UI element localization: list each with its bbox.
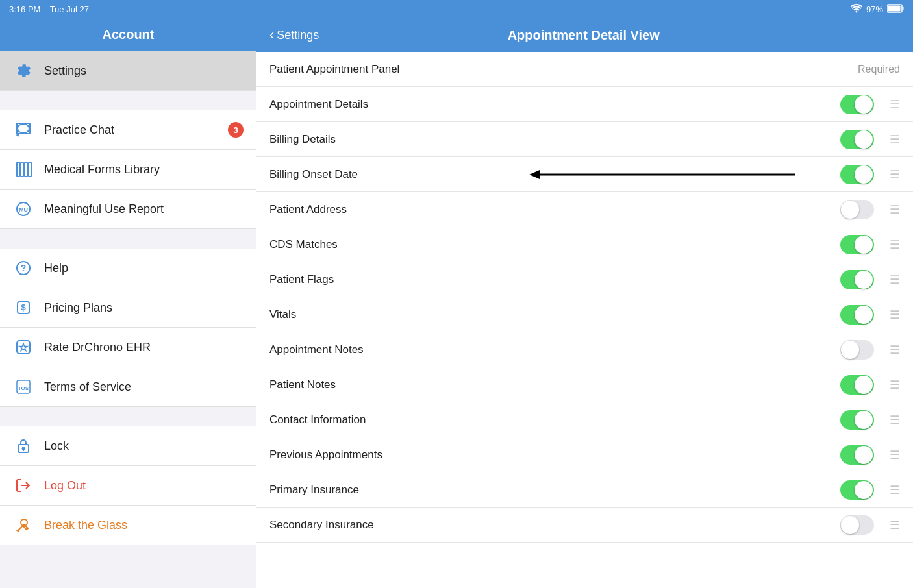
gear-icon — [13, 60, 34, 81]
sidebar-item-meaningful-use[interactable]: MU Meaningful Use Report — [0, 190, 256, 229]
drag-handle-patient-notes[interactable]: ☰ — [890, 378, 900, 392]
practice-chat-badge: 3 — [228, 122, 244, 138]
toggle-knob-primary-insurance — [855, 481, 873, 499]
drag-handle-billing-onset-date[interactable]: ☰ — [890, 167, 900, 182]
row-primary-insurance[interactable]: Primary Insurance☰ — [256, 472, 913, 508]
row-contact-information[interactable]: Contact Information☰ — [256, 402, 913, 437]
toggle-knob-previous-appointments — [855, 446, 873, 464]
svg-rect-4 — [17, 162, 19, 177]
sidebar-item-pricing[interactable]: $ Pricing Plans — [0, 288, 256, 328]
row-patient-flags[interactable]: Patient Flags☰ — [256, 262, 913, 297]
toggle-secondary-insurance[interactable] — [840, 515, 874, 535]
status-time: 3:16 PM — [9, 5, 40, 14]
toggle-knob-billing-details — [855, 130, 873, 149]
back-button[interactable]: ‹ Settings — [269, 28, 319, 42]
wrench-icon — [13, 515, 34, 535]
svg-rect-5 — [21, 162, 23, 177]
sidebar-header: Account — [0, 18, 256, 51]
status-date: Tue Jul 27 — [50, 5, 89, 14]
sidebar-item-medical-forms[interactable]: Medical Forms Library — [0, 150, 256, 190]
svg-text:?: ? — [21, 263, 27, 273]
sidebar-item-settings[interactable]: Settings — [0, 51, 256, 91]
meaningful-use-label: Meaningful Use Report — [44, 202, 244, 216]
toggle-knob-appointment-notes — [841, 341, 859, 359]
row-vitals[interactable]: Vitals☰ — [256, 297, 913, 332]
row-billing-details[interactable]: Billing Details☰ — [256, 122, 913, 157]
sidebar-item-break-glass[interactable]: Break the Glass — [0, 506, 256, 545]
row-patient-notes[interactable]: Patient Notes☰ — [256, 367, 913, 402]
toggle-vitals[interactable] — [840, 305, 874, 325]
drag-handle-patient-address[interactable]: ☰ — [890, 202, 900, 217]
row-label-patient-appointment-panel: Patient Appointment Panel — [269, 63, 858, 76]
svg-rect-1 — [903, 6, 904, 10]
drag-handle-patient-flags[interactable]: ☰ — [890, 273, 900, 287]
row-appointment-notes[interactable]: Appointment Notes☰ — [256, 332, 913, 367]
svg-point-18 — [23, 448, 25, 450]
drag-handle-cds-matches[interactable]: ☰ — [890, 238, 900, 252]
help-icon: ? — [13, 258, 34, 278]
toggle-patient-notes[interactable] — [840, 375, 874, 395]
row-right-appointment-details: ☰ — [840, 95, 900, 114]
drag-handle-secondary-insurance[interactable]: ☰ — [890, 518, 900, 532]
sidebar-item-rate[interactable]: Rate DrChrono EHR — [0, 328, 256, 367]
drag-handle-previous-appointments[interactable]: ☰ — [890, 448, 900, 462]
row-label-appointment-details: Appointment Details — [269, 98, 840, 111]
break-glass-label: Break the Glass — [44, 519, 244, 532]
drag-handle-primary-insurance[interactable]: ☰ — [890, 483, 900, 497]
svg-rect-7 — [29, 162, 31, 177]
row-cds-matches[interactable]: CDS Matches☰ — [256, 227, 913, 262]
row-appointment-details[interactable]: Appointment Details☰ — [256, 87, 913, 122]
toggle-primary-insurance[interactable] — [840, 480, 874, 500]
drag-handle-appointment-details[interactable]: ☰ — [890, 97, 900, 112]
rate-label: Rate DrChrono EHR — [44, 341, 244, 354]
row-previous-appointments[interactable]: Previous Appointments☰ — [256, 437, 913, 472]
sidebar-item-practice-chat[interactable]: Practice Chat 3 — [0, 110, 256, 150]
toggle-billing-details[interactable] — [840, 130, 874, 149]
row-label-patient-notes: Patient Notes — [269, 378, 840, 391]
tos-icon: TOS — [13, 376, 34, 397]
sidebar-item-logout[interactable]: Log Out — [0, 466, 256, 506]
row-billing-onset-date[interactable]: Billing Onset Date ☰ — [256, 157, 913, 192]
row-label-vitals: Vitals — [269, 308, 840, 321]
help-label: Help — [44, 262, 244, 275]
toggle-appointment-details[interactable] — [840, 95, 874, 114]
toggle-appointment-notes[interactable] — [840, 340, 874, 360]
status-time-date: 3:16 PM Tue Jul 27 — [9, 5, 89, 14]
row-label-appointment-notes: Appointment Notes — [269, 343, 840, 356]
row-patient-appointment-panel: Patient Appointment PanelRequired — [256, 52, 913, 87]
row-label-billing-details: Billing Details — [269, 133, 840, 146]
toggle-contact-information[interactable] — [840, 410, 874, 430]
toggle-cds-matches[interactable] — [840, 235, 874, 254]
row-label-patient-address: Patient Address — [269, 203, 840, 216]
sidebar-item-lock[interactable]: Lock — [0, 426, 256, 466]
row-patient-address[interactable]: Patient Address☰ — [256, 192, 913, 227]
toggle-previous-appointments[interactable] — [840, 445, 874, 465]
section-gap-3 — [0, 407, 256, 426]
battery-icon — [887, 4, 904, 15]
sidebar-item-tos[interactable]: TOS Terms of Service — [0, 367, 256, 407]
back-arrow-icon: ‹ — [269, 28, 274, 42]
toggle-knob-secondary-insurance — [841, 516, 859, 534]
status-right: 97% — [851, 4, 904, 15]
back-label: Settings — [277, 29, 319, 42]
drag-handle-vitals[interactable]: ☰ — [890, 308, 900, 322]
row-right-patient-appointment-panel: Required — [858, 64, 900, 75]
row-right-appointment-notes: ☰ — [840, 340, 900, 360]
toggle-patient-address[interactable] — [840, 200, 874, 219]
svg-text:MU: MU — [19, 206, 28, 213]
battery-percent: 97% — [866, 5, 883, 14]
drag-handle-billing-details[interactable]: ☰ — [890, 132, 900, 147]
drag-handle-contact-information[interactable]: ☰ — [890, 413, 900, 427]
toggle-patient-flags[interactable] — [840, 270, 874, 289]
toggle-billing-onset-date[interactable] — [840, 165, 874, 184]
right-panel: ‹ Settings Appointment Detail View Patie… — [256, 18, 913, 588]
row-label-primary-insurance: Primary Insurance — [269, 484, 840, 496]
mu-icon: MU — [13, 199, 34, 219]
sidebar-item-help[interactable]: ? Help — [0, 249, 256, 288]
drag-handle-appointment-notes[interactable]: ☰ — [890, 343, 900, 357]
page-title: Appointment Detail View — [319, 28, 848, 43]
practice-chat-label: Practice Chat — [44, 123, 218, 137]
row-secondary-insurance[interactable]: Secondary Insurance☰ — [256, 508, 913, 543]
svg-text:TOS: TOS — [18, 386, 29, 391]
sidebar: Account Settings — [0, 18, 256, 588]
